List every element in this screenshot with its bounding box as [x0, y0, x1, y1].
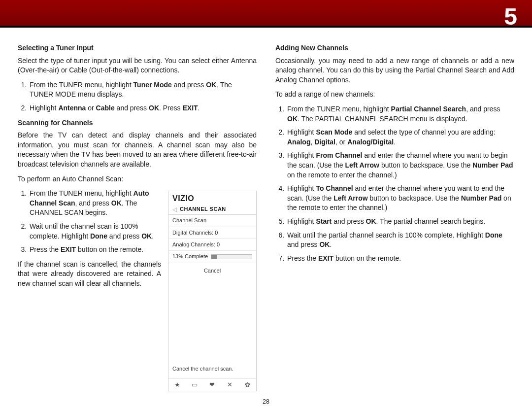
- list-adding-channels: From the TUNER menu, highlight Partial C…: [275, 104, 514, 263]
- para-scanning-lead: To perform an Auto Channel Scan:: [18, 174, 257, 184]
- list-item: From the TUNER menu, highlight Tuner Mod…: [29, 80, 257, 100]
- x-icon: ✕: [221, 378, 239, 391]
- para-scan-cancel: If the channel scan is cancelled, the ch…: [18, 260, 161, 289]
- list-item: Press the EXIT button on the remote.: [286, 254, 514, 264]
- page-number: 28: [0, 398, 532, 407]
- star-icon: ★: [168, 378, 186, 391]
- heading-selecting-tuner: Selecting a Tuner Input: [18, 43, 257, 53]
- list-item: Press the EXIT button on the remote.: [29, 245, 161, 255]
- list-item: Highlight To Channel and enter the chann…: [286, 184, 514, 213]
- column-right: Adding New Channels Occasionally, you ma…: [275, 39, 514, 391]
- heading-adding-channels: Adding New Channels: [275, 43, 514, 53]
- fig-row-digital: Digital Channels: 0: [168, 227, 256, 239]
- para-scanning-intro: Before the TV can detect and display cha…: [18, 131, 257, 169]
- para-select-tuner: Select the type of tuner input you will …: [18, 56, 257, 75]
- fig-row-channel-scan: Channel Scan: [168, 215, 256, 227]
- list-item: Wait until the channel scan is 100% comp…: [29, 222, 161, 241]
- fig-foot-text: Cancel the channel scan.: [168, 362, 256, 377]
- progress-bar: [211, 254, 252, 259]
- fig-cancel: Cancel: [168, 263, 256, 279]
- list-item: Wait until the partial channel search is…: [286, 231, 514, 250]
- list-item: Highlight From Channel and enter the cha…: [286, 151, 514, 180]
- heading-scanning-channels: Scanning for Channels: [18, 118, 257, 128]
- list-scanning: From the TUNER menu, highlight Auto Chan…: [18, 189, 161, 255]
- list-item: From the TUNER menu, highlight Partial C…: [286, 104, 514, 124]
- fig-iconbar: ★ ▭ ❤ ✕ ✿: [168, 378, 256, 391]
- v-icon: ❤: [203, 378, 221, 391]
- fig-row-analog: Analog Channels: 0: [168, 239, 256, 251]
- list-item: Highlight Antenna or Cable and press OK.…: [29, 103, 257, 113]
- back-icon: ◁: [172, 206, 177, 214]
- chapter-band: 5: [0, 0, 532, 26]
- fig-title: CHANNEL SCAN: [180, 206, 226, 213]
- column-left: Selecting a Tuner Input Select the type …: [18, 39, 257, 391]
- list-item: From the TUNER menu, highlight Auto Chan…: [29, 189, 161, 218]
- fig-progress-label: 13% Complete: [172, 253, 208, 260]
- figure-channel-scan-panel: VIZIO ◁ CHANNEL SCAN Channel Scan Digita…: [168, 191, 257, 391]
- list-item: Highlight Start and press OK. The partia…: [286, 217, 514, 227]
- list-item: Highlight Scan Mode and select the type …: [286, 128, 514, 147]
- tv-icon: ▭: [186, 378, 204, 391]
- para-add-intro: Occasionally, you may need to add a new …: [275, 56, 514, 85]
- gear-icon: ✿: [238, 378, 256, 391]
- list-selecting-tuner: From the TUNER menu, highlight Tuner Mod…: [18, 80, 257, 113]
- fig-progress-row: 13% Complete: [168, 251, 256, 263]
- para-add-lead: To add a range of new channels:: [275, 90, 514, 100]
- fig-brand: VIZIO: [168, 191, 256, 204]
